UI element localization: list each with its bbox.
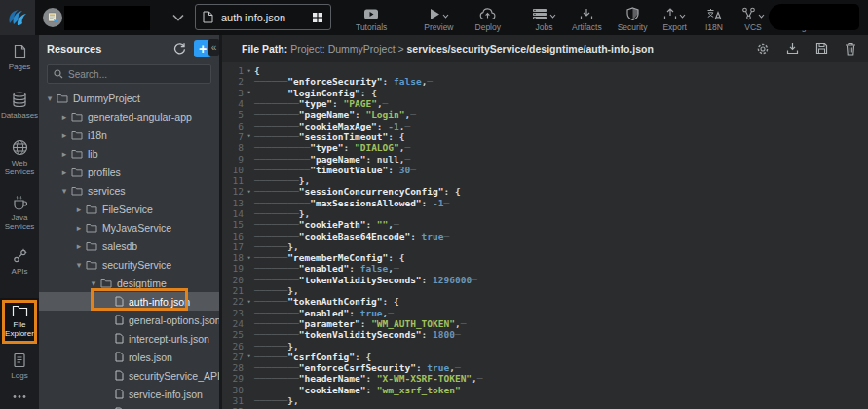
project-icon [43, 8, 62, 27]
code-token: : [355, 109, 365, 120]
tree-item-wm-xss-policies-json[interactable]: wm-xss-policies.json [39, 403, 219, 409]
code-token: }, [287, 242, 298, 252]
sidebar-item-java-services[interactable]: Java Services [0, 185, 39, 240]
code-token: : { [388, 131, 404, 142]
fold-toggle-icon[interactable]: ▾ [244, 188, 254, 196]
code-line-19: 19────────"enabled": false,─ [222, 263, 868, 274]
download-tray-icon [580, 8, 593, 20]
project-switcher[interactable] [43, 6, 150, 30]
caret-right-icon[interactable]: ▸ [59, 149, 69, 159]
tree-item-auth-info-json[interactable]: auth-info.json [39, 292, 219, 311]
sidebar-item-logs[interactable]: Logs [0, 344, 39, 389]
line-number: 26 [222, 341, 244, 352]
toolbar-export-button[interactable]: Export [655, 0, 695, 35]
toolbar-vcs-button[interactable]: VCS [734, 0, 773, 35]
file-tree: ▾DummyProject▸generated-angular-app▸i18n… [39, 89, 219, 409]
fold-toggle-icon[interactable]: ▾ [244, 132, 254, 140]
fold-toggle-icon[interactable]: ▾ [244, 254, 254, 262]
code-line-11: 11────────}, [222, 175, 868, 186]
tree-item-myjavaservice[interactable]: ▸MyJavaService [39, 218, 219, 237]
shield-icon [626, 7, 639, 20]
tree-item-profiles[interactable]: ▸profiles [39, 163, 219, 181]
tree-item-fileservice[interactable]: ▸FileService [39, 200, 219, 218]
line-number: 20 [222, 275, 244, 285]
tree-item-general-options-json[interactable]: general-options.json [39, 311, 219, 329]
tree-item-intercept-urls-json[interactable]: intercept-urls.json [39, 329, 219, 348]
sidebar-item-apis[interactable]: APIs [0, 240, 39, 284]
tree-item-roles-json[interactable]: roles.json [39, 348, 219, 366]
caret-right-icon[interactable]: ▸ [59, 130, 69, 140]
toolbar-preview-button[interactable]: Preview [416, 0, 461, 35]
tree-item-services[interactable]: ▾services [39, 181, 219, 200]
toolbar-jobs-button[interactable]: Jobs [524, 0, 564, 35]
line-number: 6 [222, 121, 244, 131]
code-token: : { [360, 88, 377, 98]
sidebar-item-web-services[interactable]: Web Services [0, 130, 39, 185]
sidebar-more-button[interactable] [0, 389, 39, 409]
path-file: services/securityService/designtime/auth… [407, 43, 654, 55]
line-number: 1 [222, 65, 244, 76]
save-file-button[interactable] [815, 42, 828, 56]
collapse-panel-icon[interactable]: « [208, 39, 219, 56]
tree-item-label: lib [88, 148, 98, 160]
line-number: 4 [222, 98, 244, 109]
tree-item-generated-angular-app[interactable]: ▸generated-angular-app [39, 107, 219, 126]
code-line-23: 23────────"enabled": true,─ [222, 308, 868, 318]
tree-item-label: intercept-urls.json [129, 333, 209, 345]
toolbar-label: Deploy [475, 22, 501, 32]
caret-down-icon[interactable]: ▾ [74, 260, 84, 270]
indent-guides: ────── [254, 296, 287, 307]
tree-item-securityservice[interactable]: ▾securityService [39, 255, 219, 274]
open-file-tab[interactable]: auth-info.json [195, 4, 331, 30]
tree-item-lib[interactable]: ▸lib [39, 144, 219, 163]
project-chevron-down-icon[interactable] [171, 14, 185, 21]
fold-toggle-icon[interactable]: ▾ [244, 298, 254, 306]
caret-right-icon[interactable]: ▸ [59, 112, 69, 122]
sidebar-item-file-explorer[interactable]: File Explorer [0, 298, 39, 344]
toolbar-tutorials-button[interactable]: Tutorials [348, 0, 395, 35]
tree-item-dummyproject[interactable]: ▾DummyProject [39, 89, 219, 107]
trailing-whitespace-marker: ─ [394, 219, 399, 230]
tree-item-designtime[interactable]: ▾designtime [39, 274, 219, 292]
toolbar-i18n-button[interactable]: I18N [695, 0, 734, 35]
caret-right-icon[interactable]: ▸ [74, 204, 84, 214]
line-number: 24 [222, 318, 244, 329]
toolbar-deploy-button[interactable]: Deploy [468, 0, 509, 35]
tree-item-salesdb[interactable]: ▸salesdb [39, 237, 219, 255]
editor-settings-button[interactable] [756, 42, 770, 56]
code-editor[interactable]: 1▾{2──────"enforceSecurity": false,─3▾──… [222, 62, 868, 409]
download-file-button[interactable] [786, 42, 799, 56]
fold-toggle-icon[interactable]: ▾ [244, 67, 254, 75]
app-logo[interactable] [0, 0, 35, 35]
search-input[interactable] [68, 69, 195, 80]
sidebar-item-label: Web Services [0, 159, 39, 176]
fold-toggle-icon[interactable]: ▾ [244, 89, 254, 96]
sidebar-item-pages[interactable]: Pages [0, 35, 39, 80]
folder-icon [71, 112, 83, 122]
tree-item-label: roles.json [129, 352, 172, 363]
caret-right-icon[interactable]: ▸ [74, 242, 84, 251]
fold-toggle-icon[interactable]: ▾ [244, 353, 254, 360]
grid-icon[interactable] [312, 12, 323, 23]
refresh-icon[interactable] [170, 40, 188, 57]
toolbar-security-button[interactable]: Security [610, 0, 656, 35]
app-window: auth-info.json TutorialsPreviewDeployJob… [0, 0, 868, 409]
caret-right-icon[interactable]: ▸ [59, 167, 69, 177]
trailing-whitespace-marker: ─ [410, 109, 416, 120]
caret-right-icon[interactable]: ▸ [74, 223, 84, 233]
sidebar-item-databases[interactable]: Databases [0, 80, 39, 130]
tree-item-service-info-json[interactable]: service-info.json [39, 385, 219, 403]
caret-down-icon[interactable]: ▾ [59, 186, 69, 196]
folder-icon [86, 223, 97, 233]
caret-down-icon[interactable]: ▾ [45, 93, 55, 103]
code-token: "PAGE" [344, 98, 377, 109]
folder-icon [71, 149, 83, 159]
tree-item-securityservice-api-json[interactable]: securityService_API.json [39, 366, 219, 385]
code-line-30: 30────────"cookieName": "wm_xsrf_token"─ [222, 385, 868, 395]
code-token: }, [299, 208, 310, 219]
caret-down-icon[interactable]: ▾ [89, 279, 98, 288]
toolbar-artifacts-button[interactable]: Artifacts [564, 0, 610, 35]
delete-file-button[interactable] [845, 42, 856, 56]
code-token: }, [299, 175, 310, 186]
tree-item-i18n[interactable]: ▸i18n [39, 126, 219, 144]
